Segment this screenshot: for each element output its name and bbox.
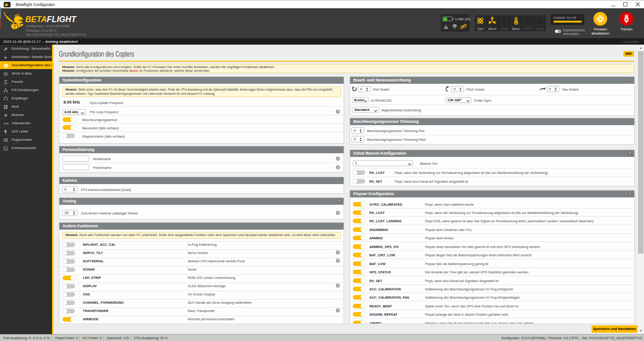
svg-text:N: N bbox=[502, 20, 506, 25]
